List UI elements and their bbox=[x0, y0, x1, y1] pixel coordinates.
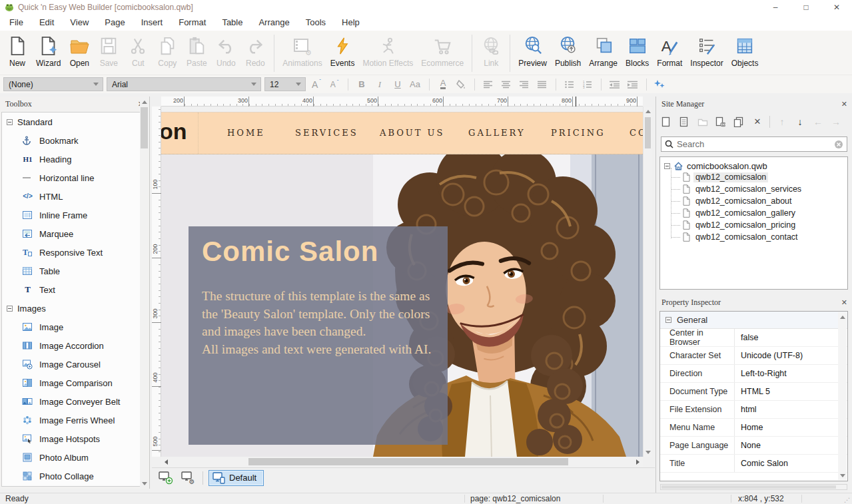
undo-button[interactable]: Undo bbox=[211, 33, 240, 70]
toolbox-item-bookmark[interactable]: Bookmark bbox=[2, 131, 147, 150]
toolbox-section-images[interactable]: Images bbox=[2, 299, 147, 318]
menu-arrange[interactable]: Arrange bbox=[250, 15, 297, 31]
toolbox-item-text[interactable]: TText bbox=[2, 280, 147, 299]
nav-pricing[interactable]: PRICING bbox=[551, 113, 606, 154]
property-value[interactable]: Left-to-Right bbox=[735, 369, 787, 378]
menu-format[interactable]: Format bbox=[171, 15, 214, 31]
link-button[interactable]: Link bbox=[476, 33, 506, 70]
close-icon[interactable]: ✕ bbox=[841, 298, 847, 307]
toolbox-item-image-accordion[interactable]: Image Accordion bbox=[2, 336, 147, 355]
italic-button[interactable]: I bbox=[372, 77, 387, 91]
style-select[interactable]: (None) bbox=[3, 77, 103, 91]
toolbox-item-image-ferris-wheel[interactable]: Image Ferris Wheel bbox=[2, 411, 147, 429]
toolbox-item-responsive-text[interactable]: TResponsive Text bbox=[2, 243, 147, 262]
ecommerce-button[interactable]: Ecommerce bbox=[417, 33, 468, 70]
collapse-icon[interactable] bbox=[7, 119, 13, 125]
scroll-left-icon[interactable] bbox=[161, 459, 171, 465]
toolbox-item-heading[interactable]: H1Heading bbox=[2, 150, 147, 168]
tree-item-label[interactable]: qwb12_comicsalon bbox=[693, 172, 768, 182]
increase-indent-button[interactable] bbox=[626, 77, 640, 91]
save-button[interactable]: Save bbox=[94, 33, 123, 70]
events-button[interactable]: Events bbox=[326, 33, 359, 70]
property-row[interactable]: TitleComic Salon bbox=[660, 455, 847, 473]
site-tree[interactable]: comicbooksalon.qwb qwb12_comicsalon qwb1… bbox=[659, 156, 848, 290]
property-value[interactable]: HTML 5 bbox=[735, 387, 770, 396]
arrange-button[interactable]: Arrange bbox=[585, 33, 622, 70]
property-value[interactable]: false bbox=[735, 333, 758, 342]
toolbox-item-image-hotspots[interactable]: Image Hotspots bbox=[2, 429, 147, 448]
nav-home[interactable]: HOME bbox=[227, 113, 265, 154]
menu-page[interactable]: Page bbox=[97, 15, 133, 31]
search-input[interactable] bbox=[677, 139, 831, 149]
toolbox-item-image-conveyer-belt[interactable]: Image Conveyer Belt bbox=[2, 392, 147, 411]
scroll-up-icon[interactable] bbox=[838, 312, 847, 322]
scrollbar-thumb[interactable] bbox=[645, 117, 651, 148]
property-value[interactable]: None bbox=[735, 441, 761, 450]
align-right-button[interactable] bbox=[517, 77, 532, 91]
toolbox-item-image-carousel[interactable]: Image Carousel bbox=[2, 355, 147, 374]
decrease-indent-button[interactable] bbox=[608, 77, 622, 91]
menu-table[interactable]: Table bbox=[214, 15, 250, 31]
menu-tools[interactable]: Tools bbox=[298, 15, 334, 31]
add-breakpoint-button[interactable] bbox=[157, 470, 175, 486]
move-right-button[interactable]: → bbox=[830, 116, 842, 128]
tree-item-comicsalon[interactable]: qwb12_comicsalon bbox=[683, 172, 768, 182]
close-button[interactable]: ✕ bbox=[821, 0, 852, 15]
property-row[interactable]: Page LanguageNone bbox=[660, 437, 847, 455]
menu-edit[interactable]: Edit bbox=[31, 15, 62, 31]
toolbox-item-marquee[interactable]: Marquee bbox=[2, 224, 147, 243]
new-folder-button[interactable] bbox=[697, 117, 709, 127]
copy-button[interactable]: Copy bbox=[153, 33, 182, 70]
open-button[interactable]: Open bbox=[65, 33, 94, 70]
decrease-font-button[interactable]: Aˇ bbox=[327, 77, 342, 91]
objects-button[interactable]: Objects bbox=[727, 33, 763, 70]
page-body[interactable]: Comic Salon The structure of this templa… bbox=[161, 154, 643, 457]
hero-overlay-box[interactable]: Comic Salon The structure of this templa… bbox=[189, 226, 448, 445]
property-row[interactable]: Center in Browserfalse bbox=[660, 329, 847, 347]
site-search-box[interactable] bbox=[661, 136, 847, 152]
underline-button[interactable]: U bbox=[390, 77, 405, 91]
move-down-button[interactable]: ↓ bbox=[794, 116, 806, 128]
minimize-button[interactable]: – bbox=[760, 0, 791, 15]
site-logo-text[interactable]: on bbox=[161, 119, 187, 144]
motion-effects-button[interactable]: Motion Effects bbox=[358, 33, 417, 70]
scroll-right-icon[interactable] bbox=[633, 459, 643, 465]
format-button[interactable]: A Format bbox=[653, 33, 686, 70]
tree-item-label[interactable]: qwb12_comicsalon_gallery bbox=[693, 208, 797, 218]
publish-button[interactable]: Publish bbox=[551, 33, 585, 70]
bullet-list-button[interactable] bbox=[562, 77, 577, 91]
collapse-icon[interactable] bbox=[7, 306, 13, 312]
breakpoint-default-button[interactable]: Default bbox=[209, 470, 264, 486]
cut-button[interactable]: Cut bbox=[123, 33, 153, 70]
font-color-button[interactable]: A bbox=[436, 77, 450, 91]
toolbox-item-photo-album[interactable]: Photo Album bbox=[2, 448, 147, 467]
canvas-vertical-scrollbar[interactable] bbox=[643, 107, 652, 457]
toolbox-item-table[interactable]: Table bbox=[2, 262, 147, 280]
scroll-down-icon[interactable] bbox=[643, 447, 652, 457]
scroll-down-icon[interactable] bbox=[140, 479, 149, 488]
move-left-button[interactable]: ← bbox=[812, 116, 824, 128]
property-value[interactable]: Unicode (UTF-8) bbox=[735, 351, 803, 360]
tree-item-contact[interactable]: qwb12_comicsalon_contact bbox=[683, 232, 800, 242]
menu-view[interactable]: View bbox=[62, 15, 97, 31]
font-size-select[interactable]: 12 bbox=[264, 77, 306, 91]
hero-paragraph[interactable]: The structure of this template is the sa… bbox=[202, 288, 431, 358]
property-horizontal-scrollbar[interactable] bbox=[660, 484, 847, 490]
tree-root-row[interactable]: comicbooksalon.qwb bbox=[664, 160, 767, 171]
property-value[interactable]: html bbox=[735, 405, 757, 414]
wizard-button[interactable]: Wizard bbox=[32, 33, 65, 70]
collapse-icon[interactable] bbox=[664, 163, 670, 169]
toolbox-item-horizontal-line[interactable]: Horizontal line bbox=[2, 168, 147, 187]
property-value[interactable]: Comic Salon bbox=[735, 459, 788, 468]
property-section-general[interactable]: General bbox=[660, 312, 847, 329]
toolbox-scrollbar[interactable] bbox=[140, 97, 149, 488]
property-row[interactable]: File Extensionhtml bbox=[660, 401, 847, 419]
clear-search-icon[interactable] bbox=[834, 140, 843, 149]
toolbox-item-image-comparison[interactable]: Image Comparison bbox=[2, 374, 147, 392]
scroll-up-icon[interactable] bbox=[140, 97, 149, 107]
menu-help[interactable]: Help bbox=[334, 15, 368, 31]
toolbox-item-photo-collage[interactable]: Photo Collage bbox=[2, 467, 147, 485]
tree-item-gallery[interactable]: qwb12_comicsalon_gallery bbox=[683, 208, 797, 218]
tree-item-services[interactable]: qwb12_comicsalon_services bbox=[683, 184, 803, 194]
nav-services[interactable]: SERVICES bbox=[295, 113, 358, 154]
